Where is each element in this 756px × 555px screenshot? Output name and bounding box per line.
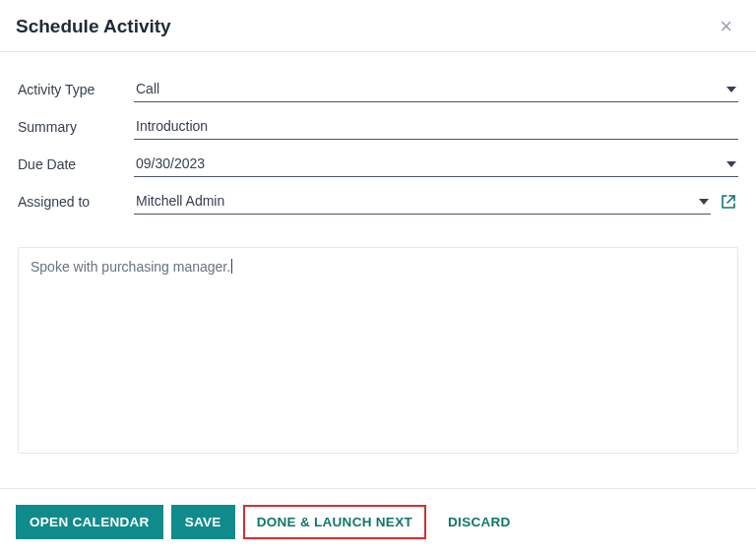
notes-textarea[interactable]: Spoke with purchasing manager. (18, 247, 738, 454)
assigned-to-row: Assigned to (18, 188, 738, 216)
save-button[interactable]: Save (171, 505, 235, 539)
modal-footer: Open Calendar Save Done & Launch Next Di… (0, 488, 756, 555)
activity-type-select[interactable] (134, 77, 738, 102)
summary-input[interactable] (134, 114, 738, 140)
due-date-picker[interactable] (134, 152, 738, 177)
close-button[interactable]: × (716, 16, 736, 37)
schedule-activity-modal: Schedule Activity × Activity Type Summar… (0, 0, 756, 555)
assigned-to-select[interactable] (134, 189, 711, 215)
external-link-icon (721, 194, 736, 210)
activity-type-label: Activity Type (18, 82, 134, 97)
summary-label: Summary (18, 119, 134, 135)
activity-type-field (134, 77, 738, 102)
modal-body: Activity Type Summary Due Date (0, 52, 756, 488)
external-link-button[interactable] (719, 192, 738, 212)
assigned-to-label: Assigned to (18, 194, 134, 210)
open-calendar-button[interactable]: Open Calendar (16, 505, 163, 539)
assigned-to-field (134, 189, 738, 215)
summary-field (134, 114, 738, 140)
notes-text: Spoke with purchasing manager. (31, 259, 230, 275)
assigned-to-input[interactable] (134, 189, 711, 215)
modal-title: Schedule Activity (16, 16, 171, 37)
summary-row: Summary (18, 113, 738, 141)
due-date-input[interactable] (134, 152, 738, 177)
modal-header: Schedule Activity × (0, 0, 756, 52)
activity-type-input[interactable] (134, 77, 738, 102)
activity-type-row: Activity Type (18, 76, 738, 103)
discard-button[interactable]: Discard (434, 505, 525, 539)
done-launch-next-button[interactable]: Done & Launch Next (243, 505, 426, 539)
due-date-field (134, 152, 738, 177)
close-icon: × (720, 14, 732, 38)
due-date-row: Due Date (18, 151, 738, 178)
text-cursor (231, 259, 232, 274)
due-date-label: Due Date (18, 156, 134, 172)
